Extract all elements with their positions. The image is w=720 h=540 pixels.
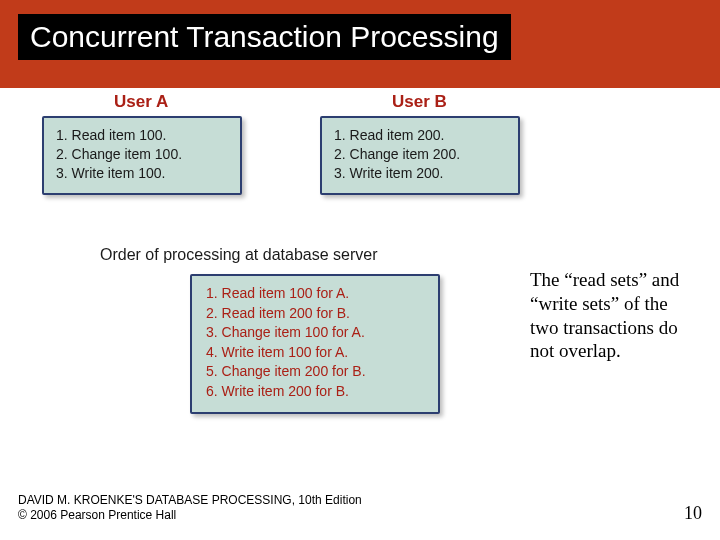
server-step-1: 1. Read item 100 for A.	[206, 284, 424, 304]
server-step-6: 6. Write item 200 for B.	[206, 382, 424, 402]
server-step-3: 3. Change item 100 for A.	[206, 323, 424, 343]
server-step-4: 4. Write item 100 for A.	[206, 343, 424, 363]
user-a-label: User A	[114, 92, 168, 112]
footer: DAVID M. KROENKE'S DATABASE PROCESSING, …	[18, 493, 702, 524]
server-box: 1. Read item 100 for A. 2. Read item 200…	[190, 274, 440, 414]
user-b-step-2: 2. Change item 200.	[334, 145, 506, 164]
server-step-5: 5. Change item 200 for B.	[206, 362, 424, 382]
user-a-step-3: 3. Write item 100.	[56, 164, 228, 183]
user-a-step-2: 2. Change item 100.	[56, 145, 228, 164]
server-step-2: 2. Read item 200 for B.	[206, 304, 424, 324]
content-area: User A 1. Read item 100. 2. Change item …	[0, 88, 720, 488]
footer-credits: DAVID M. KROENKE'S DATABASE PROCESSING, …	[18, 493, 362, 524]
user-a-step-1: 1. Read item 100.	[56, 126, 228, 145]
server-caption: Order of processing at database server	[60, 246, 490, 264]
annotation-text: The “read sets” and “write sets” of the …	[530, 268, 700, 363]
user-b-box: User B 1. Read item 200. 2. Change item …	[320, 116, 520, 195]
user-a-box: User A 1. Read item 100. 2. Change item …	[42, 116, 242, 195]
user-b-step-1: 1. Read item 200.	[334, 126, 506, 145]
title-inner: Concurrent Transaction Processing	[18, 14, 511, 60]
footer-line-2: © 2006 Pearson Prentice Hall	[18, 508, 362, 524]
title-bar: Concurrent Transaction Processing	[0, 0, 720, 88]
server-section: Order of processing at database server 1…	[60, 246, 490, 414]
page-number: 10	[684, 503, 702, 524]
user-b-label: User B	[392, 92, 447, 112]
user-b-step-3: 3. Write item 200.	[334, 164, 506, 183]
footer-line-1: DAVID M. KROENKE'S DATABASE PROCESSING, …	[18, 493, 362, 509]
slide-title: Concurrent Transaction Processing	[30, 20, 499, 54]
